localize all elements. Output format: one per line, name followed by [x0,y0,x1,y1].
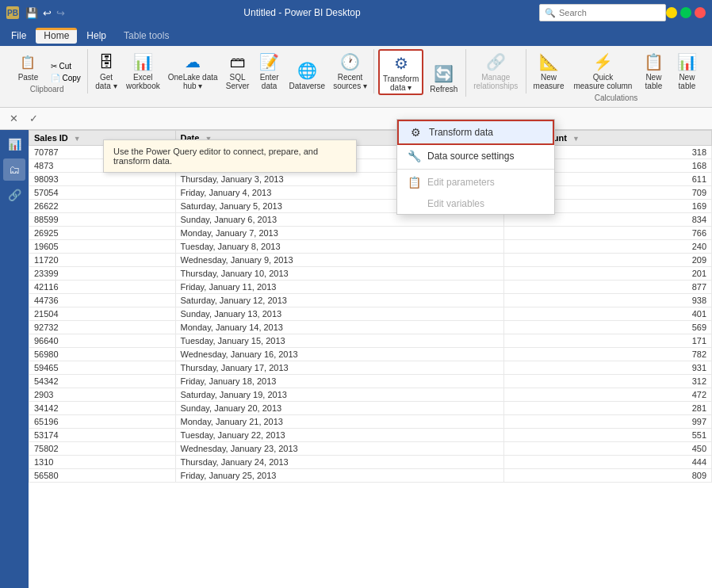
cell-sales-amount: 450 [503,442,711,456]
window-controls [666,7,706,18]
cell-sales-id: 92732 [29,321,176,334]
data-group: 🗄 Getdata ▾ 📊 Excelworkbook ☁ OneLake da… [88,49,374,94]
new-measure-icon: 📐 [538,51,560,73]
minimize-btn[interactable] [666,7,677,18]
transform-data-icon: ⚙ [390,52,412,74]
transform-data-button[interactable]: ⚙ Transformdata ▾ [378,49,423,95]
manage-relationships-button[interactable]: 🔗 Managerelationships [470,49,521,92]
table-body: 70787 Tuesday, January 1, 2013 318 4873 … [29,146,712,483]
close-btn[interactable] [695,7,706,18]
cell-date: Thursday, January 10, 2013 [175,267,503,281]
cell-sales-id: 19605 [29,240,176,254]
transform-group: ⚙ Transformdata ▾ 🔄 Refresh [374,49,466,97]
sidebar-report-view[interactable]: 📊 [3,133,25,155]
tooltip-text: Use the Power Query editor to connect, p… [113,147,318,166]
dropdown-divider [397,169,554,170]
cell-date: Sunday, January 20, 2013 [175,402,503,415]
relationships-group: 🔗 Managerelationships [466,49,526,94]
cell-sales-amount: 240 [503,240,711,254]
search-input[interactable] [559,8,654,17]
cell-sales-id: 11720 [29,254,176,267]
recent-sources-button[interactable]: 🕐 Recentsources ▾ [330,49,370,92]
cell-sales-id: 98093 [29,173,176,186]
menu-table-tools[interactable]: Table tools [116,28,177,44]
data-table: Sales ID ▼ Date ▼ Sales Amount ▼ 70787 T… [29,130,712,483]
menu-home[interactable]: Home [36,28,77,44]
table-row: 2903 Saturday, January 19, 2013 472 [29,388,712,402]
table-row: 92732 Monday, January 14, 2013 569 [29,321,712,334]
quick-measure-button[interactable]: ⚡ Quickmeasure column [570,49,635,92]
new-column-button[interactable]: 📊 Newtable [672,49,702,92]
new-table-label: Newtable [645,73,663,90]
refresh-button[interactable]: 🔄 Refresh [427,61,461,95]
cell-date: Saturday, January 12, 2013 [175,294,503,307]
new-column-label: Newtable [679,73,696,90]
sidebar-data-view[interactable]: 🗂 [3,158,25,181]
new-table-icon: 📋 [642,51,664,73]
formula-cancel-btn[interactable]: ✕ [6,111,21,126]
excel-label: Excelworkbook [126,73,160,90]
recent-sources-icon: 🕐 [339,51,362,73]
quick-access-icons: 💾 ↩ ↪ [25,7,65,19]
cell-date: Tuesday, January 22, 2013 [175,429,503,442]
paste-icon: 📋 [17,51,39,73]
save-icon[interactable]: 💾 [25,7,38,19]
get-data-icon: 🗄 [95,51,117,73]
undo-icon[interactable]: ↩ [43,7,52,19]
cell-date: Thursday, January 24, 2013 [175,456,503,469]
sidebar: 📊 🗂 🔗 [0,130,29,588]
data-source-settings-label: Data source settings [427,151,514,162]
sql-button[interactable]: 🗃 SQLServer [223,49,253,92]
onelake-label: OneLake datahub ▾ [168,73,218,90]
cell-sales-id: 26925 [29,227,176,240]
dropdown-transform-data[interactable]: ⚙ Transform data [397,120,554,145]
excel-button[interactable]: 📊 Excelworkbook [123,49,163,92]
get-data-button[interactable]: 🗄 Getdata ▾ [91,49,121,92]
data-items: 🗄 Getdata ▾ 📊 Excelworkbook ☁ OneLake da… [91,49,370,92]
paste-label: Paste [18,73,39,82]
cell-date: Sunday, January 13, 2013 [175,307,503,321]
sidebar-model-view[interactable]: 🔗 [3,184,25,206]
formula-confirm-btn[interactable]: ✓ [26,111,41,126]
cell-sales-amount: 938 [503,294,711,307]
cell-sales-amount: 809 [503,469,711,483]
cell-sales-id: 44736 [29,294,176,307]
table-row: 26622 Saturday, January 5, 2013 169 [29,200,712,213]
cell-date: Tuesday, January 8, 2013 [175,240,503,254]
sales-id-sort-icon: ▼ [74,135,81,143]
new-table-button[interactable]: 📋 Newtable [638,49,668,92]
cell-sales-id: 54342 [29,375,176,388]
cell-sales-amount: 401 [503,307,711,321]
copy-label: Copy [62,74,80,82]
table-row: 53174 Tuesday, January 22, 2013 551 [29,429,712,442]
maximize-btn[interactable] [680,7,691,18]
new-measure-button[interactable]: 📐 Newmeasure [530,49,568,92]
cell-sales-id: 75802 [29,442,176,456]
dataverse-button[interactable]: 🌐 Dataverse [286,58,329,92]
manage-relationships-label: Managerelationships [473,73,518,90]
table-row: 56980 Wednesday, January 16, 2013 782 [29,348,712,361]
search-icon: 🔍 [545,8,556,18]
refresh-icon: 🔄 [433,63,455,85]
cell-sales-id: 53174 [29,429,176,442]
enter-data-button[interactable]: 📝 Enterdata [255,49,285,92]
onelake-button[interactable]: ☁ OneLake datahub ▾ [165,49,221,92]
tooltip-popup: Use the Power Query editor to connect, p… [103,139,357,173]
search-box[interactable]: 🔍 [539,4,666,21]
paste-button[interactable]: 📋 Paste [10,49,45,83]
quick-measure-label: Quickmeasure column [573,73,632,90]
manage-relationships-icon: 🔗 [484,51,507,73]
dropdown-data-source-settings[interactable]: 🔧 Data source settings [397,145,554,167]
cell-date: Monday, January 7, 2013 [175,227,503,240]
copy-button[interactable]: 📄 Copy [48,73,82,83]
redo-icon[interactable]: ↪ [56,7,65,19]
menu-file[interactable]: File [3,28,34,44]
menu-help[interactable]: Help [78,28,114,44]
table-row: 56580 Friday, January 25, 2013 809 [29,469,712,483]
cell-sales-id: 26622 [29,200,176,213]
calculations-group: 📐 Newmeasure ⚡ Quickmeasure column 📋 New… [526,49,706,102]
cut-button[interactable]: ✂ Cut [48,61,82,71]
get-data-label: Getdata ▾ [95,73,117,90]
cell-sales-id: 96640 [29,334,176,348]
table-row: 11720 Wednesday, January 9, 2013 209 [29,254,712,267]
